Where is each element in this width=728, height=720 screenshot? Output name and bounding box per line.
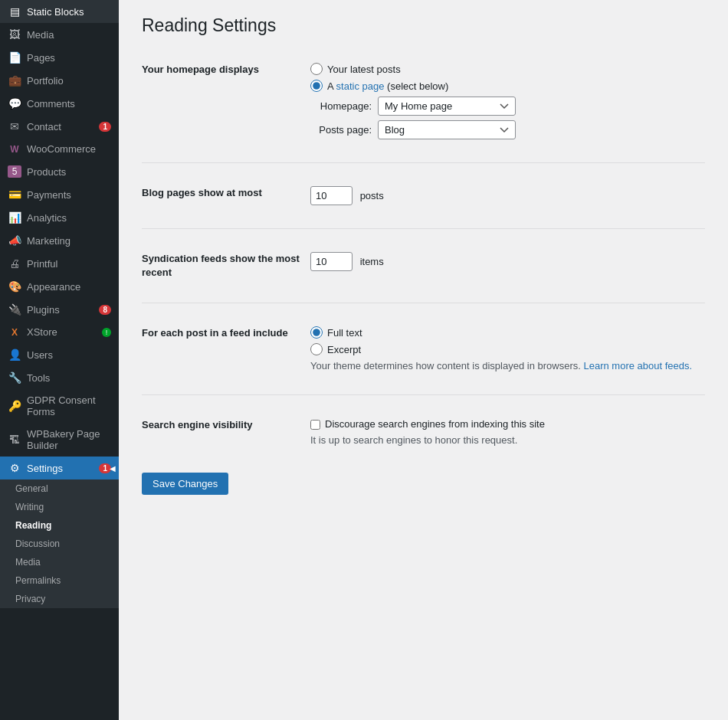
- products-icon: 5: [8, 165, 21, 178]
- submenu-discussion[interactable]: Discussion: [0, 535, 119, 553]
- page-title: Reading Settings: [142, 15, 705, 36]
- sidebar-item-pages[interactable]: 📄 Pages: [0, 46, 119, 69]
- excerpt-label: Excerpt: [327, 344, 361, 355]
- sidebar-item-static-blocks[interactable]: ▤ Static Blocks: [0, 0, 119, 23]
- pages-icon: 📄: [8, 51, 21, 64]
- portfolio-icon: 💼: [8, 74, 21, 87]
- posts-page-select[interactable]: Blog News Latest Posts: [378, 120, 516, 139]
- woocommerce-icon: W: [8, 144, 21, 155]
- sidebar-item-contact[interactable]: ✉ Contact 1: [0, 115, 119, 138]
- blog-pages-suffix: posts: [360, 190, 384, 201]
- feed-include-row: For each post in a feed include Full tex…: [142, 315, 705, 383]
- homepage-displays-options: Your latest posts A static page (select …: [310, 51, 705, 151]
- search-visibility-options: Discourage search engines from indexing …: [310, 407, 705, 457]
- latest-posts-label: Your latest posts: [327, 64, 401, 75]
- sidebar: ▤ Static Blocks 🖼 Media 📄 Pages 💼 Portfo…: [0, 0, 119, 720]
- discourage-checkbox[interactable]: [310, 420, 320, 430]
- excerpt-row: Excerpt: [310, 343, 705, 355]
- sidebar-item-gdpr[interactable]: 🔑 GDPR Consent Forms: [0, 389, 119, 423]
- discourage-row: Discourage search engines from indexing …: [310, 418, 705, 430]
- media-icon: 🖼: [8, 28, 21, 41]
- xstore-badge: !: [102, 328, 111, 337]
- static-page-row: A static page (select below): [310, 80, 705, 92]
- learn-more-link[interactable]: Learn more about feeds.: [584, 360, 693, 371]
- submenu-media[interactable]: Media: [0, 553, 119, 571]
- submenu-privacy[interactable]: Privacy: [0, 590, 119, 608]
- wpbakery-icon: 🏗: [8, 434, 21, 446]
- plugins-badge: 8: [99, 305, 111, 315]
- sidebar-item-media[interactable]: 🖼 Media: [0, 23, 119, 46]
- submenu-writing[interactable]: Writing: [0, 498, 119, 516]
- feed-include-options: Full text Excerpt Your theme determines …: [310, 315, 705, 383]
- excerpt-radio[interactable]: [310, 343, 323, 355]
- tools-icon: 🔧: [8, 371, 21, 384]
- full-text-row: Full text: [310, 326, 705, 339]
- homepage-select-row: Homepage: My Home page Sample Page About…: [310, 97, 705, 116]
- sidebar-item-printful[interactable]: 🖨 Printful: [0, 252, 119, 275]
- syndication-row: Syndication feeds show the most recent i…: [142, 241, 705, 291]
- sidebar-item-woocommerce[interactable]: W WooCommerce: [0, 138, 119, 160]
- sidebar-item-products[interactable]: 5 Products: [0, 160, 119, 183]
- blog-pages-label: Blog pages show at most: [142, 175, 310, 217]
- sidebar-item-tools[interactable]: 🔧 Tools: [0, 366, 119, 389]
- sidebar-item-appearance[interactable]: 🎨 Appearance: [0, 275, 119, 298]
- marketing-icon: 📣: [8, 234, 21, 247]
- syndication-suffix: items: [360, 256, 384, 267]
- gdpr-icon: 🔑: [8, 400, 21, 412]
- contact-badge: 1: [99, 122, 111, 132]
- comments-icon: 💬: [8, 97, 21, 110]
- sidebar-item-plugins[interactable]: 🔌 Plugins 8: [0, 298, 119, 321]
- full-text-radio[interactable]: [310, 326, 323, 339]
- blog-pages-row: Blog pages show at most posts: [142, 175, 705, 217]
- static-page-link[interactable]: static page: [336, 80, 385, 92]
- feed-hint: Your theme determines how content is dis…: [310, 360, 705, 371]
- static-page-radio[interactable]: [310, 80, 323, 92]
- search-visibility-hint: It is up to search engines to honor this…: [310, 434, 705, 446]
- save-changes-button[interactable]: Save Changes: [142, 473, 228, 495]
- posts-page-select-label: Posts page:: [310, 124, 372, 136]
- discourage-label: Discourage search engines from indexing …: [325, 418, 545, 430]
- submenu-general[interactable]: General: [0, 479, 119, 498]
- xstore-icon: X: [8, 327, 21, 338]
- sidebar-item-portfolio[interactable]: 💼 Portfolio: [0, 69, 119, 92]
- blog-pages-input-cell: posts: [310, 175, 705, 217]
- syndication-input-cell: items: [310, 241, 705, 291]
- submenu-reading[interactable]: Reading: [0, 516, 119, 535]
- save-section: Save Changes: [142, 473, 705, 495]
- posts-page-select-row: Posts page: Blog News Latest Posts: [310, 120, 705, 139]
- static-page-label: A static page (select below): [327, 80, 448, 92]
- homepage-displays-row: Your homepage displays Your latest posts…: [142, 51, 705, 151]
- blog-pages-input[interactable]: [310, 186, 353, 205]
- settings-submenu: General Writing Reading Discussion Media…: [0, 479, 119, 608]
- homepage-select-label: Homepage:: [310, 100, 372, 112]
- appearance-icon: 🎨: [8, 280, 21, 293]
- homepage-displays-label: Your homepage displays: [142, 51, 310, 151]
- users-icon: 👤: [8, 349, 21, 361]
- settings-form: Your homepage displays Your latest posts…: [142, 51, 705, 457]
- static-blocks-icon: ▤: [8, 5, 21, 18]
- plugins-icon: 🔌: [8, 303, 21, 316]
- sidebar-item-payments[interactable]: 💳 Payments: [0, 183, 119, 206]
- submenu-permalinks[interactable]: Permalinks: [0, 571, 119, 590]
- sidebar-item-comments[interactable]: 💬 Comments: [0, 92, 119, 115]
- settings-icon: ⚙: [8, 462, 21, 474]
- feed-include-label: For each post in a feed include: [142, 315, 310, 383]
- search-visibility-row: Search engine visibility Discourage sear…: [142, 407, 705, 457]
- analytics-icon: 📊: [8, 211, 21, 224]
- syndication-input[interactable]: [310, 252, 353, 271]
- sidebar-item-wpbakery[interactable]: 🏗 WPBakery Page Builder: [0, 423, 119, 457]
- sidebar-item-xstore[interactable]: X XStore !: [0, 321, 119, 343]
- latest-posts-row: Your latest posts: [310, 63, 705, 75]
- settings-arrow: ◀: [110, 464, 116, 473]
- contact-icon: ✉: [8, 120, 21, 133]
- main-content: Reading Settings Your homepage displays …: [119, 0, 728, 720]
- search-visibility-label: Search engine visibility: [142, 407, 310, 457]
- sidebar-item-marketing[interactable]: 📣 Marketing: [0, 229, 119, 252]
- printful-icon: 🖨: [8, 257, 21, 270]
- sidebar-item-users[interactable]: 👤 Users: [0, 343, 119, 366]
- latest-posts-radio[interactable]: [310, 63, 323, 75]
- sidebar-item-settings[interactable]: ⚙ Settings 1 ◀: [0, 457, 119, 479]
- homepage-select[interactable]: My Home page Sample Page About Contact: [378, 97, 516, 116]
- full-text-label: Full text: [327, 327, 362, 339]
- sidebar-item-analytics[interactable]: 📊 Analytics: [0, 206, 119, 229]
